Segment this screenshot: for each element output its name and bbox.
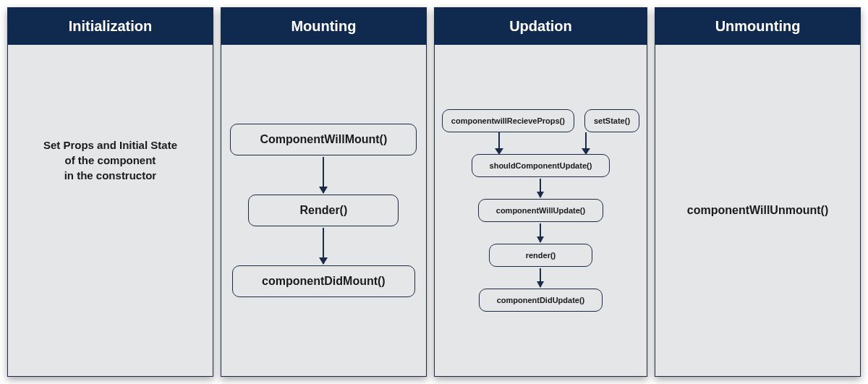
init-line-1: Set Props and Initial State xyxy=(43,139,177,151)
arrow-down-icon xyxy=(323,157,324,193)
column-initialization: Initialization Set Props and Initial Sta… xyxy=(7,7,213,377)
merge-arrows xyxy=(475,132,605,154)
column-body-mounting: ComponentWillMount() Render() componentD… xyxy=(221,45,426,376)
arrow-down-icon xyxy=(540,179,541,197)
init-line-2: of the component xyxy=(65,154,156,166)
column-unmounting: Unmounting componentWillUnmount() xyxy=(655,7,861,377)
node-componentdidupdate: componentDidUpdate() xyxy=(479,289,603,312)
column-header-updation: Updation xyxy=(435,8,647,45)
arrow-down-icon xyxy=(323,228,324,264)
arrow-head-icon xyxy=(582,148,590,155)
column-updation: Updation componentwillRecieveProps() set… xyxy=(434,7,647,377)
node-render-update: render() xyxy=(489,244,593,267)
arrow-head-icon xyxy=(495,148,503,155)
column-body-initialization: Set Props and Initial State of the compo… xyxy=(8,45,213,376)
node-componentdidmount: componentDidMount() xyxy=(232,265,415,297)
column-header-unmounting: Unmounting xyxy=(655,8,860,45)
node-componentwillunmount: componentWillUnmount() xyxy=(687,204,828,217)
updation-flow: componentwillRecieveProps() setState() s… xyxy=(442,109,639,312)
node-componentwillupdate: componentWillUpdate() xyxy=(478,199,603,222)
updation-top-row: componentwillRecieveProps() setState() xyxy=(442,109,639,132)
mounting-flow: ComponentWillMount() Render() componentD… xyxy=(230,124,417,297)
init-line-3: in the constructor xyxy=(64,169,157,182)
column-body-updation: componentwillRecieveProps() setState() s… xyxy=(435,45,647,376)
node-componentwillreceiveprops: componentwillRecieveProps() xyxy=(442,109,574,132)
node-render: Render() xyxy=(248,195,399,226)
node-setstate: setState() xyxy=(584,109,639,132)
column-header-mounting: Mounting xyxy=(221,8,426,45)
column-body-unmounting: componentWillUnmount() xyxy=(655,45,860,376)
column-header-initialization: Initialization xyxy=(8,8,213,45)
node-componentwillmount: ComponentWillMount() xyxy=(230,124,417,155)
initialization-description: Set Props and Initial State of the compo… xyxy=(43,137,177,183)
arrow-down-icon xyxy=(540,223,541,242)
column-mounting: Mounting ComponentWillMount() Render() c… xyxy=(221,7,427,377)
node-shouldcomponentupdate: shouldComponentUpdate() xyxy=(472,154,610,177)
arrow-down-icon xyxy=(540,268,541,287)
